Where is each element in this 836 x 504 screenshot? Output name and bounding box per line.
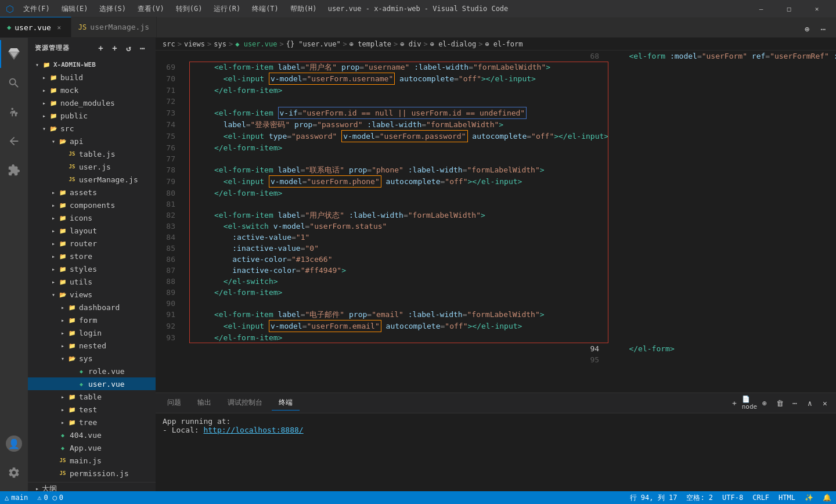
sidebar-item-public[interactable]: 📁 public [28, 109, 156, 122]
refresh-explorer-button[interactable]: ↺ [123, 42, 135, 54]
menu-edit[interactable]: 编辑(E) [57, 3, 93, 15]
sidebar-item-store[interactable]: 📁 store [28, 250, 156, 262]
sidebar-item-assets[interactable]: 📁 assets [28, 186, 156, 199]
panel-tab-terminal[interactable]: 终端 [272, 395, 300, 411]
activity-settings[interactable] [0, 459, 28, 487]
sidebar-item-router[interactable]: 📁 router [28, 237, 156, 250]
code-line-80: 80 </el-form-item> [156, 188, 608, 199]
sidebar-item-layout[interactable]: 📁 layout [28, 224, 156, 237]
sidebar-item-src[interactable]: 📂 src [28, 122, 156, 135]
panel-add-button[interactable]: + [728, 397, 741, 409]
sidebar-item-components[interactable]: 📁 components [28, 199, 156, 211]
breadcrumb-div[interactable]: ⊕ div [400, 40, 421, 48]
panel-tab-output[interactable]: 输出 [190, 395, 218, 411]
sidebar-item-role-vue[interactable]: ◆ role.vue [28, 365, 156, 377]
sidebar-item-main-js[interactable]: JS main.js [28, 454, 156, 467]
sidebar-item-node-modules[interactable]: 📁 node_modules [28, 96, 156, 109]
sidebar-item-tree[interactable]: 📁 tree [28, 416, 156, 429]
sidebar-item-table-js[interactable]: JS table.js [28, 147, 156, 160]
status-language[interactable]: HTML [774, 491, 800, 504]
status-prettier[interactable]: ✨ [800, 491, 818, 504]
sidebar-item-utils[interactable]: 📁 utils [28, 275, 156, 288]
sidebar-item-table[interactable]: 📁 table [28, 390, 156, 403]
breadcrumb-el-dialog[interactable]: ⊕ el-dialog [430, 40, 476, 48]
tab-user-vue[interactable]: ◆ user.vue ✕ [0, 17, 71, 37]
sidebar-item-sys[interactable]: 📂 sys [28, 352, 156, 365]
sidebar-item-icons[interactable]: 📁 icons [28, 211, 156, 224]
menu-help[interactable]: 帮助(H) [286, 3, 322, 15]
local-url-link[interactable]: http://localhost:8888/ [203, 426, 303, 434]
status-errors-warnings[interactable]: ⚠ 0 ◯ 0 [33, 491, 68, 504]
components-arrow-icon [49, 200, 58, 210]
activity-run-debug[interactable] [0, 127, 28, 155]
sidebar-item-app-vue[interactable]: ◆ App.vue [28, 441, 156, 454]
sidebar-root[interactable]: 📁 X-ADMIN-WEB [28, 58, 156, 71]
panel-tab-debug-console[interactable]: 调试控制台 [221, 395, 269, 411]
menu-view[interactable]: 查看(V) [133, 3, 169, 15]
panel-more-button[interactable]: ⋯ [788, 397, 801, 409]
panel-close-button[interactable]: ✕ [819, 397, 831, 409]
activity-search[interactable] [0, 69, 28, 97]
activity-accounts[interactable]: 👤 [0, 430, 28, 458]
restore-button[interactable]: □ [776, 0, 802, 17]
status-encoding[interactable]: UTF-8 [718, 491, 748, 504]
panel-trash-button[interactable]: 🗑 [773, 397, 786, 409]
split-editor-button[interactable]: ⊕ [799, 21, 815, 37]
status-notification[interactable]: 🔔 [818, 491, 836, 504]
breadcrumb-src[interactable]: src [163, 40, 175, 48]
breadcrumb-sep-7: > [423, 40, 427, 48]
panel-content[interactable]: App running at: - Local: http://localhos… [156, 413, 836, 491]
sidebar-item-nested[interactable]: 📁 nested [28, 339, 156, 352]
collapse-folders-button[interactable]: ⋯ [137, 42, 149, 54]
panel-split-button[interactable]: ⊕ [758, 397, 771, 409]
nested-arrow-icon [58, 341, 67, 350]
panel-tab-problems[interactable]: 问题 [160, 395, 188, 411]
sidebar-item-user-vue[interactable]: ◆ user.vue [28, 377, 156, 390]
sidebar-item-dashboard[interactable]: 📁 dashboard [28, 301, 156, 314]
status-line-ending[interactable]: CRLF [748, 491, 774, 504]
sidebar-item-404-vue[interactable]: ◆ 404.vue [28, 429, 156, 441]
new-file-button[interactable]: + [95, 42, 107, 54]
activity-explorer[interactable] [0, 40, 28, 68]
public-arrow-icon [39, 111, 49, 120]
sidebar-item-user-manage-js[interactable]: JS userManage.js [28, 173, 156, 186]
status-line-col[interactable]: 行 94, 列 17 [625, 491, 682, 504]
breadcrumb-template[interactable]: ⊕ template [349, 40, 391, 48]
menu-select[interactable]: 选择(S) [95, 3, 131, 15]
sidebar-item-styles[interactable]: 📁 styles [28, 262, 156, 275]
sidebar-item-test[interactable]: 📁 test [28, 403, 156, 416]
breadcrumb-el-form[interactable]: ⊕ el-form [485, 40, 522, 48]
sidebar-item-login[interactable]: 📁 login [28, 326, 156, 339]
sidebar-item-label-layout: layout [70, 226, 97, 235]
menu-goto[interactable]: 转到(G) [171, 3, 207, 15]
breadcrumb-uservue-obj[interactable]: {} "user.vue" [286, 40, 341, 48]
sidebar-outline-header[interactable]: 大纲 [28, 482, 156, 491]
sidebar-item-form[interactable]: 📁 form [28, 314, 156, 326]
sidebar-item-mock[interactable]: 📁 mock [28, 84, 156, 96]
new-folder-button[interactable]: + [109, 42, 121, 54]
user-avatar[interactable]: 👤 [6, 435, 22, 452]
menu-terminal[interactable]: 终端(T) [247, 3, 283, 15]
activity-extensions[interactable] [0, 156, 28, 184]
menu-run[interactable]: 运行(R) [209, 3, 245, 15]
tab-user-manage-js[interactable]: JS userManage.js [71, 17, 157, 37]
sidebar-item-api[interactable]: 📂 api [28, 135, 156, 147]
menu-file[interactable]: 文件(F) [19, 3, 55, 15]
sidebar-item-permission-js[interactable]: JS permission.js [28, 467, 156, 480]
editor-content[interactable]: 68 <el-form :model="userForm" ref="userF… [156, 51, 836, 393]
sidebar-item-user-js[interactable]: JS user.js [28, 160, 156, 173]
sidebar-item-build[interactable]: 📁 build [28, 71, 156, 84]
minimize-button[interactable]: – [748, 0, 774, 17]
sidebar-item-label-build: build [60, 73, 83, 82]
breadcrumb-user-vue[interactable]: ◆ user.vue [235, 40, 277, 48]
breadcrumb-sys[interactable]: sys [214, 40, 226, 48]
status-spaces[interactable]: 空格: 2 [682, 491, 718, 504]
more-actions-button[interactable]: ⋯ [815, 21, 831, 37]
sidebar-item-views[interactable]: 📂 views [28, 288, 156, 301]
tab-close-user-vue[interactable]: ✕ [55, 23, 64, 32]
status-git-branch[interactable]: △ main [0, 491, 33, 504]
breadcrumb-views[interactable]: views [184, 40, 205, 48]
activity-source-control[interactable] [0, 98, 28, 126]
close-button[interactable]: ✕ [803, 0, 830, 17]
panel-chevron-up[interactable]: ∧ [803, 397, 816, 409]
